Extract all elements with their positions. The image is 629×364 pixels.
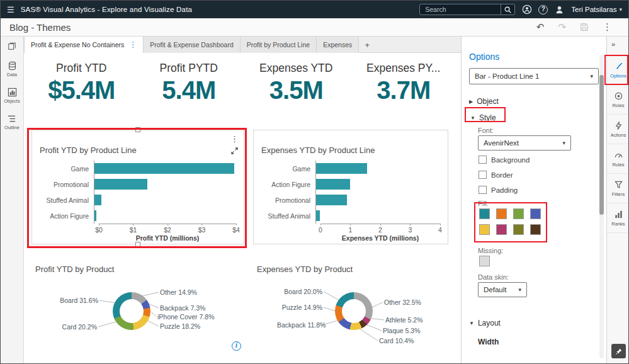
- search-icon[interactable]: [501, 4, 514, 14]
- fill-color-swatch[interactable]: [513, 224, 524, 235]
- kpi-expenses-ytd[interactable]: Expenses YTD 3.5M: [242, 58, 350, 112]
- fill-color-swatch[interactable]: [496, 224, 507, 235]
- save-icon[interactable]: [580, 23, 589, 31]
- bar-category-label: Action Figure: [260, 181, 315, 188]
- kpi-expenses-pytd[interactable]: Expenses PY... 3.7M: [350, 58, 458, 112]
- section-layout[interactable]: ▼ Layout: [469, 319, 501, 327]
- checkbox-background[interactable]: Background: [479, 156, 530, 164]
- fill-color-swatch[interactable]: [513, 208, 524, 219]
- fill-color-swatch[interactable]: [479, 224, 490, 235]
- rail-item-rules[interactable]: Rules: [607, 144, 629, 174]
- x-axis-tick: $1: [130, 226, 137, 234]
- search-input[interactable]: Search: [419, 4, 515, 15]
- selection-handle-top[interactable]: [135, 127, 140, 132]
- fill-swatches: [479, 208, 541, 235]
- help-icon[interactable]: ?: [538, 5, 548, 14]
- bar[interactable]: [94, 195, 101, 205]
- fill-color-swatch[interactable]: [530, 208, 541, 219]
- bar-row: Promotional: [260, 192, 440, 208]
- maximize-icon[interactable]: [231, 147, 238, 154]
- chevron-down-icon: ▼: [470, 115, 475, 121]
- kpi-value: 5.4M: [135, 76, 243, 105]
- profile-circle-icon[interactable]: [521, 4, 532, 15]
- add-page-button[interactable]: +: [359, 37, 375, 53]
- user-name: Teri Patsilaras: [571, 6, 616, 13]
- rail-item-ranks[interactable]: Ranks: [607, 203, 629, 233]
- checkbox[interactable]: [479, 156, 487, 164]
- kpi-profit-pytd[interactable]: Profit PYTD 5.4M: [135, 58, 243, 112]
- tab-menu-icon[interactable]: ⋮: [129, 40, 137, 49]
- info-icon[interactable]: i: [232, 341, 241, 351]
- caret-down-icon: ▾: [518, 287, 521, 293]
- scrollbar-thumb[interactable]: [599, 75, 604, 215]
- rail-item-filters[interactable]: Filters: [607, 174, 629, 203]
- object-selector-dropdown[interactable]: Bar - Product Line 1 ▾: [469, 68, 599, 84]
- donut-ring[interactable]: [335, 292, 373, 330]
- fill-color-swatch[interactable]: [479, 208, 490, 219]
- data-skin-dropdown[interactable]: Default ▾: [478, 282, 527, 297]
- bar[interactable]: [94, 163, 234, 174]
- bar[interactable]: [316, 210, 320, 221]
- font-dropdown[interactable]: AvenirNext ▾: [478, 135, 571, 151]
- pie-chart-expenses-by-product[interactable]: Expenses YTD by Product Board 20.0% Puzz…: [253, 262, 461, 363]
- width-label: Width: [478, 338, 499, 346]
- slice-label: Card 10.4%: [379, 337, 414, 344]
- menu-icon[interactable]: ☰: [7, 5, 14, 14]
- sidebar-item-objects[interactable]: Objects: [4, 88, 20, 104]
- x-axis-tick: 2: [378, 226, 382, 234]
- bar[interactable]: [316, 195, 347, 205]
- pie-chart-profit-by-product[interactable]: Profit YTD by Product Board 31.6% Card 2…: [31, 262, 244, 363]
- section-style[interactable]: ▼ Style: [470, 113, 496, 122]
- bar[interactable]: [316, 179, 350, 190]
- missing-swatch[interactable]: [479, 256, 490, 266]
- page-title: Blog - Themes: [9, 22, 71, 33]
- bar-track: [315, 161, 440, 176]
- object-menu-icon[interactable]: ⋮: [230, 134, 239, 144]
- donut-ring[interactable]: [113, 292, 150, 330]
- options-panel: Options Bar - Product Line 1 ▾ ▶ Object …: [461, 37, 606, 363]
- x-axis-tick: $0: [95, 226, 103, 234]
- fill-color-swatch[interactable]: [530, 224, 541, 235]
- slice-label: Puzzle 18.2%: [160, 322, 200, 330]
- page-tabs: Profit & Expense No Containers ⋮ Profit …: [24, 37, 461, 53]
- tab-profit-by-product-line[interactable]: Profit by Product Line: [241, 37, 317, 53]
- user-icon[interactable]: [554, 4, 565, 15]
- options-heading: Options: [469, 52, 499, 62]
- report-title-bar: Blog - Themes ↶ ↷ ⋮: [1, 18, 628, 37]
- kpi-profit-ytd[interactable]: Profit YTD $5.4M: [28, 58, 135, 112]
- report-pages-icon[interactable]: [8, 42, 16, 51]
- collapse-panel-icon[interactable]: »: [611, 40, 615, 48]
- user-menu[interactable]: Teri Patsilaras ▾: [571, 6, 622, 13]
- bar-chart-profit-by-product-line[interactable]: ⋮ Profit YTD by Product Line GamePromoti…: [31, 130, 244, 244]
- bar[interactable]: [316, 163, 367, 174]
- missing-label: Missing:: [478, 247, 503, 254]
- redo-icon[interactable]: ↷: [558, 21, 566, 33]
- pin-panel-icon[interactable]: [611, 344, 626, 358]
- sidebar-item-label: Objects: [4, 98, 20, 104]
- bar-category-label: Stuffed Animal: [38, 196, 94, 204]
- undo-icon[interactable]: ↶: [536, 21, 545, 33]
- selection-handle-bottom[interactable]: [135, 242, 140, 247]
- bar-chart-expenses-by-product-line[interactable]: Expenses YTD by Product Line GameAction …: [253, 130, 448, 244]
- tab-profit-expense-dashboard[interactable]: Profit & Expense Dashboard: [144, 37, 241, 53]
- section-object[interactable]: ▶ Object: [469, 97, 499, 106]
- top-bar: ☰ SAS® Visual Analytics - Explore and Vi…: [1, 1, 628, 18]
- app-title: SAS® Visual Analytics - Explore and Visu…: [21, 6, 192, 13]
- checkbox-padding[interactable]: Padding: [479, 186, 518, 194]
- tab-profit-expense-no-containers[interactable]: Profit & Expense No Containers ⋮: [24, 37, 144, 53]
- sidebar-item-outline[interactable]: Outline: [4, 114, 20, 130]
- bar[interactable]: [94, 179, 147, 190]
- chart-title: Expenses YTD by Product: [253, 262, 461, 274]
- tab-expenses[interactable]: Expenses: [317, 37, 359, 53]
- checkbox[interactable]: [479, 171, 487, 179]
- rail-item-actions[interactable]: Actions: [607, 115, 629, 144]
- kpi-row: Profit YTD $5.4M Profit PYTD 5.4M Expens…: [28, 58, 457, 112]
- checkbox-border[interactable]: Border: [479, 171, 513, 179]
- rail-item-roles[interactable]: Roles: [607, 85, 629, 115]
- bar[interactable]: [94, 210, 96, 221]
- more-options-icon[interactable]: ⋮: [603, 21, 612, 33]
- checkbox[interactable]: [479, 186, 487, 194]
- fill-color-swatch[interactable]: [496, 208, 507, 219]
- sidebar-item-data[interactable]: Data: [7, 61, 17, 77]
- rail-item-options[interactable]: Options: [607, 55, 629, 85]
